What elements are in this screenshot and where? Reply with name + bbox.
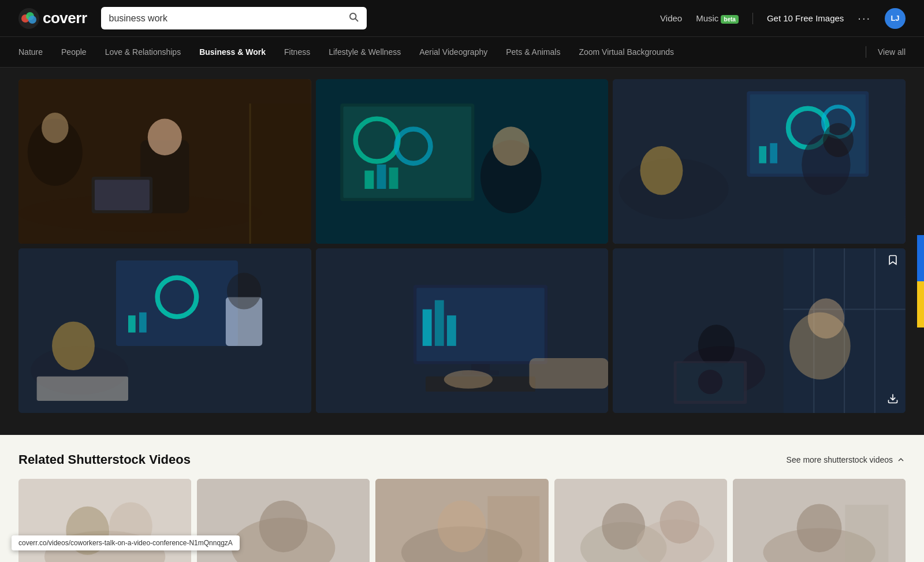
- see-more-link[interactable]: See more shutterstock videos: [787, 455, 906, 464]
- svg-point-90: [660, 500, 699, 544]
- svg-rect-44: [139, 312, 147, 333]
- video-card[interactable]: [18, 79, 311, 244]
- bookmark-icon[interactable]: [887, 254, 899, 269]
- side-accents: [917, 235, 924, 327]
- category-nav-divider: [866, 46, 866, 58]
- svg-rect-54: [434, 300, 444, 346]
- logo[interactable]: coverr: [18, 8, 87, 29]
- related-header: Related Shutterstock Videos See more shu…: [18, 452, 906, 467]
- svg-point-12: [148, 119, 182, 155]
- download-action[interactable]: [881, 221, 899, 238]
- video-card[interactable]: [316, 79, 609, 244]
- svg-point-59: [444, 370, 492, 389]
- download-action[interactable]: [584, 221, 601, 238]
- nav-divider: [752, 13, 753, 24]
- download-action[interactable]: [584, 390, 601, 407]
- url-bar: coverr.co/videos/coworkers-talk-on-a-vid…: [12, 535, 240, 550]
- category-lifestyle[interactable]: Lifestyle & Wellness: [329, 37, 401, 67]
- related-title: Related Shutterstock Videos: [18, 452, 191, 467]
- svg-rect-14: [95, 180, 150, 210]
- video-card[interactable]: [613, 79, 906, 244]
- svg-rect-34: [759, 146, 767, 163]
- bookmark-action[interactable]: [287, 369, 304, 386]
- svg-rect-28: [316, 79, 609, 244]
- svg-rect-53: [422, 310, 431, 346]
- svg-point-10: [42, 113, 68, 143]
- svg-rect-55: [447, 315, 456, 346]
- bookmark-action[interactable]: [881, 200, 899, 217]
- search-bar[interactable]: [101, 7, 367, 29]
- svg-point-74: [808, 299, 844, 339]
- main-content: [0, 68, 924, 429]
- accent-blue: [917, 235, 924, 281]
- search-icon[interactable]: [348, 12, 359, 25]
- cta-button[interactable]: Get 10 Free Images: [767, 13, 844, 23]
- video-card[interactable]: [316, 248, 609, 413]
- svg-rect-43: [128, 315, 136, 333]
- svg-rect-41: [116, 260, 238, 346]
- download-action[interactable]: [287, 221, 304, 238]
- category-pets[interactable]: Pets & Animals: [506, 37, 560, 67]
- svg-point-46: [227, 273, 261, 309]
- search-input[interactable]: [109, 13, 342, 24]
- category-nav: Nature People Love & Relationships Busin…: [0, 37, 924, 68]
- view-all-link[interactable]: View all: [878, 47, 906, 57]
- category-business[interactable]: Business & Work: [199, 37, 266, 67]
- svg-point-84: [438, 500, 486, 552]
- svg-point-81: [259, 500, 308, 552]
- accent-yellow: [917, 281, 924, 327]
- svg-rect-35: [770, 143, 778, 163]
- beta-badge: beta: [721, 15, 739, 24]
- logo-text: coverr: [43, 9, 87, 27]
- video-card[interactable]: [613, 248, 906, 413]
- download-action[interactable]: [287, 390, 304, 407]
- download-icon[interactable]: [887, 393, 899, 407]
- svg-point-48: [52, 322, 95, 370]
- svg-point-39: [823, 123, 854, 157]
- avatar[interactable]: LJ: [885, 8, 906, 29]
- svg-point-3: [28, 16, 36, 24]
- video-card[interactable]: [18, 248, 311, 413]
- category-aerial[interactable]: Aerial Videography: [419, 37, 487, 67]
- bookmark-action[interactable]: [584, 200, 601, 217]
- related-card[interactable]: [375, 479, 548, 562]
- more-menu-button[interactable]: ···: [858, 12, 871, 25]
- svg-point-37: [640, 146, 683, 195]
- category-nature[interactable]: Nature: [18, 37, 43, 67]
- svg-rect-94: [845, 505, 888, 562]
- svg-rect-49: [37, 377, 128, 401]
- category-zoom[interactable]: Zoom Virtual Backgrounds: [579, 37, 674, 67]
- nav-right: Video Musicbeta Get 10 Free Images ··· L…: [660, 8, 906, 29]
- category-love[interactable]: Love & Relationships: [105, 37, 181, 67]
- svg-point-72: [698, 370, 722, 394]
- svg-rect-85: [488, 496, 540, 562]
- category-people[interactable]: People: [61, 37, 87, 67]
- header: coverr Video Musicbeta Get 10 Free Image…: [0, 0, 924, 37]
- svg-point-69: [698, 325, 735, 367]
- bookmark-action[interactable]: [584, 369, 601, 386]
- video-grid: [18, 79, 906, 413]
- svg-line-5: [355, 18, 357, 21]
- chevron-up-icon: [896, 455, 906, 464]
- logo-icon: [18, 8, 39, 29]
- svg-point-93: [797, 504, 842, 552]
- bookmark-action[interactable]: [287, 200, 304, 217]
- related-card[interactable]: [733, 479, 906, 562]
- nav-video[interactable]: Video: [660, 13, 682, 23]
- related-card[interactable]: [554, 479, 727, 562]
- category-fitness[interactable]: Fitness: [284, 37, 310, 67]
- url-text: coverr.co/videos/coworkers-talk-on-a-vid…: [18, 539, 233, 547]
- nav-music[interactable]: Musicbeta: [696, 13, 739, 23]
